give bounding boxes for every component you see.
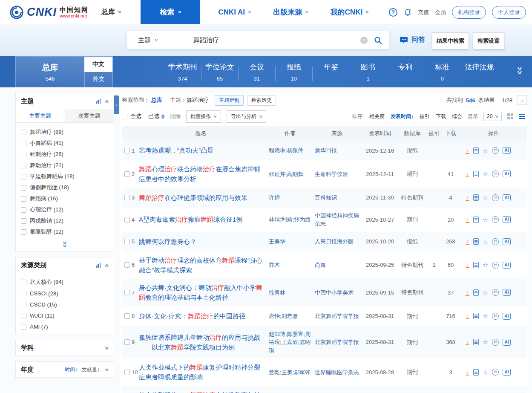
batch-operations-button[interactable]: 批量操作 [186, 110, 221, 123]
cite-icon[interactable]: ” [492, 194, 499, 201]
checkbox[interactable] [21, 185, 26, 191]
result-authors[interactable]: 林晴;利婧;张为西 [269, 215, 315, 224]
filter-item[interactable]: 氟哌啶醇 (12) [16, 226, 114, 237]
checkbox[interactable] [21, 152, 26, 157]
expand-db-bar-icon[interactable] [518, 66, 522, 74]
ai-icon[interactable]: AI [503, 289, 511, 296]
html-read-icon[interactable] [473, 194, 479, 201]
filter-item[interactable]: 针刺治疗 (26) [16, 149, 114, 160]
clear-search-icon[interactable]: × [360, 37, 368, 44]
html-read-icon[interactable] [473, 171, 479, 177]
sort-by-count-icon[interactable] [96, 98, 101, 104]
cnki-logo[interactable]: CNKI 中国知网 www.cnki.net [9, 5, 89, 20]
filter-item[interactable]: 舞蹈治疗 (89) [16, 127, 114, 138]
select-all-checkbox[interactable] [122, 114, 127, 119]
favorite-icon[interactable]: ☆ [483, 171, 488, 177]
sort-by-count-icon[interactable] [96, 263, 101, 268]
collapse-sidebar-icon[interactable]: ‹ [114, 95, 119, 114]
sort-relevance[interactable]: 相关度 [369, 113, 385, 120]
filter-item[interactable]: CSSCI (28) [16, 288, 114, 299]
cite-icon[interactable]: ” [492, 339, 499, 346]
result-authors[interactable]: 唐怡;刘若雅 [269, 312, 315, 321]
favorite-icon[interactable]: ☆ [483, 217, 488, 223]
sort-comprehensive[interactable]: 综合 [452, 113, 462, 120]
next-page-button[interactable]: › [518, 95, 527, 105]
result-source[interactable]: 中国神经精神疾病杂志 [315, 211, 362, 228]
expand-year-icon[interactable] [104, 367, 109, 373]
year-sort-time[interactable]: 时间↓ [65, 366, 78, 373]
download-icon[interactable]: ↓ [466, 339, 469, 345]
ai-icon[interactable]: AI [503, 238, 511, 245]
db-tab-yearbook[interactable]: 年鉴 [312, 61, 349, 84]
topic-custom-button[interactable]: 主题定制 [215, 95, 244, 106]
favorite-icon[interactable]: ☆ [483, 369, 488, 376]
html-read-icon[interactable] [473, 217, 479, 223]
notification-bell-icon[interactable] [403, 8, 412, 17]
checkbox[interactable] [21, 130, 26, 135]
favorite-icon[interactable]: ☆ [483, 262, 488, 268]
db-tab-book[interactable]: 图书1 [350, 61, 387, 84]
ai-icon[interactable]: AI [503, 216, 511, 223]
checkbox[interactable] [21, 229, 26, 235]
download-icon[interactable]: ↓ [466, 289, 469, 296]
result-source[interactable]: 人民日报海外版 [315, 237, 362, 246]
scope-value[interactable]: 总库 [151, 96, 162, 104]
download-icon[interactable]: ↓ [466, 171, 469, 177]
cite-icon[interactable]: ” [492, 289, 499, 296]
html-read-icon[interactable] [473, 313, 479, 319]
ai-icon[interactable]: AI [503, 147, 511, 154]
page-size-select[interactable]: 20 [483, 112, 502, 121]
html-read-icon[interactable] [473, 262, 479, 268]
member-link[interactable]: 会员 [435, 9, 446, 16]
checkbox[interactable] [21, 218, 26, 224]
column-header-cited[interactable]: 被引 [427, 130, 441, 137]
db-tab-standard[interactable]: 标准0 [424, 61, 461, 84]
db-tab-conference[interactable]: 会议31 [238, 61, 275, 84]
qa-button[interactable]: 问答 [400, 35, 425, 44]
result-authors[interactable]: 许婵 [269, 194, 315, 202]
filter-item[interactable]: 心理治疗 (12) [16, 204, 114, 215]
expand-subject-icon[interactable] [104, 345, 109, 351]
result-source[interactable]: 尚舞 [315, 261, 362, 269]
favorite-icon[interactable]: ☆ [483, 339, 488, 345]
db-tab-patent[interactable]: 专利 [387, 61, 424, 84]
collapse-topic-icon[interactable] [104, 98, 109, 104]
download-icon[interactable]: ↓ [466, 238, 469, 245]
filter-item[interactable]: 小舞蹈病 (41) [16, 138, 114, 149]
favorite-icon[interactable]: ☆ [483, 289, 488, 296]
cite-icon[interactable]: ” [492, 238, 499, 245]
column-header-date[interactable]: 发表时间 [362, 130, 397, 137]
checkbox[interactable] [21, 207, 26, 213]
download-icon[interactable]: ↓ [466, 369, 469, 376]
cite-icon[interactable]: ” [492, 313, 499, 320]
filter-item[interactable]: 舞蹈病 (16) [16, 193, 114, 204]
checkbox[interactable] [21, 196, 26, 202]
download-icon[interactable]: ↓ [466, 147, 469, 154]
result-authors[interactable]: 程晓琳;杨频萍 [269, 146, 315, 155]
download-icon[interactable]: ↓ [466, 313, 469, 319]
result-source[interactable]: 生命科学仪器 [315, 170, 362, 179]
nav-tab-publish-source[interactable]: 出版来源 [273, 7, 308, 17]
cite-icon[interactable]: ” [492, 170, 499, 177]
row-checkbox[interactable] [124, 339, 130, 345]
result-title-link[interactable]: 人类作业模式下的舞蹈康复护理对精神分裂症患者睡眠质量的影响 [139, 364, 260, 381]
result-source[interactable]: 世界睡眠医学杂志 [315, 368, 362, 377]
column-header-downloads[interactable]: 下载 [441, 130, 460, 137]
row-checkbox[interactable] [124, 171, 130, 177]
ai-icon[interactable]: AI [503, 170, 511, 177]
row-checkbox[interactable] [124, 195, 130, 200]
search-history-button[interactable]: 检索历史 [247, 95, 276, 106]
search-icon[interactable] [374, 36, 382, 45]
result-title-link[interactable]: 跳舞何以疗愈身心？ [139, 238, 196, 245]
ai-icon[interactable]: AI [503, 194, 511, 201]
result-source[interactable]: 中国中小学美术 [315, 289, 362, 297]
favorite-icon[interactable]: ☆ [483, 194, 488, 201]
db-tab-journal[interactable]: 学术期刊374 [164, 61, 201, 84]
search-input[interactable] [177, 37, 360, 44]
sort-cited[interactable]: 被引 [420, 113, 430, 120]
db-switch[interactable]: 总库 [101, 8, 121, 17]
result-authors[interactable]: 张延芹;高朝辉 [269, 170, 315, 179]
search-field-selector[interactable]: 主题 [127, 36, 177, 44]
html-read-icon[interactable] [473, 147, 479, 154]
result-source[interactable]: 新华日报 [315, 146, 362, 155]
